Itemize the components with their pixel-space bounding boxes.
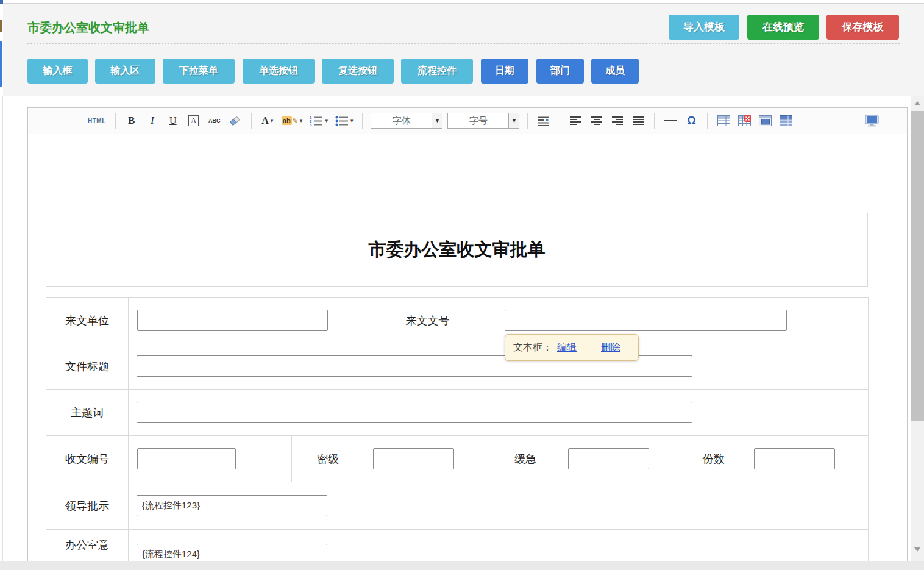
strikethrough-icon[interactable]: ABC [208,112,221,129]
copies-label: 份数 [683,436,744,482]
toolbox-button-dropdown-menu[interactable]: 下拉菜单 [163,59,235,84]
italic-icon[interactable]: I [146,112,159,129]
form-title: 市委办公室收文审批单 [369,238,546,262]
toolbar-separator [251,113,252,129]
vertical-scrollbar[interactable] [911,96,924,570]
special-character-icon[interactable]: Ω [684,112,698,129]
fullscreen-icon[interactable] [865,112,879,129]
toolbox-button-flow-control[interactable]: 流程控件 [401,59,473,84]
receipt-no-label: 收文编号 [46,436,129,482]
underline-icon[interactable]: U [166,112,180,129]
secrecy-input[interactable] [373,448,454,469]
receipt-no-input[interactable] [137,448,236,469]
toolbox-button-date[interactable]: 日期 [481,59,528,84]
chevron-down-icon: ▼ [432,113,442,128]
toolbar-separator [707,113,708,129]
toolbox-button-input-box[interactable]: 输入框 [27,59,88,84]
toolbox-button-input-area[interactable]: 输入区 [95,59,155,84]
table-cell-properties-icon[interactable] [758,112,772,129]
editor-toolbar: HTML B I U A ABC A▾ ab✎▾ 123 ▾ ▾ 字体▼ 字号▼ [28,108,907,134]
toolbox-button-department[interactable]: 部门 [536,59,584,84]
widget-type-label: 文本框： [513,341,552,354]
delete-table-icon[interactable] [737,112,751,129]
toolbox-button-member[interactable]: 成员 [591,59,639,84]
toolbar-separator [362,113,363,129]
copies-input[interactable] [754,448,835,469]
header-dashed-separator [27,43,900,44]
form-title-cell: 市委办公室收文审批单 [46,213,868,287]
app-window: 市委办公室收文审批单 导入模板 在线预览 保存模板 输入框 输入区 下拉菜单 单… [0,0,924,570]
chevron-down-icon: ▾ [350,118,354,124]
horizontal-rule-icon[interactable] [664,112,677,129]
svg-text:3: 3 [310,123,312,126]
pencil-icon: ✎ [293,117,298,125]
toolbar-separator [527,113,528,129]
highlight-color-icon[interactable]: ab✎▾ [282,112,303,129]
urgency-input[interactable] [568,448,649,469]
widget-tooltip: 文本框： 编辑 删除 [505,334,639,361]
font-size-select[interactable]: 字号▼ [447,113,519,129]
source-unit-label: 来文单位 [46,298,129,343]
scrollbar-down-button[interactable] [911,543,924,556]
toolbox-button-checkbox[interactable]: 复选按钮 [322,59,394,84]
align-left-icon[interactable] [569,112,583,129]
align-right-icon[interactable] [611,112,624,129]
font-color-icon[interactable]: A▾ [261,112,274,129]
left-edge-artifact-blue [0,41,2,87]
triangle-down-icon [914,547,920,552]
align-center-icon[interactable] [590,112,603,129]
table-row: 主题词 [46,390,869,436]
chevron-down-icon: ▾ [271,118,274,124]
urgency-label: 缓急 [491,436,560,482]
ordered-list-icon[interactable]: 123 ▾ [310,112,328,129]
rich-text-editor: HTML B I U A ABC A▾ ab✎▾ 123 ▾ ▾ 字体▼ 字号▼ [27,107,908,570]
doc-number-label: 来文文号 [364,298,491,343]
leader-note-label: 领导批示 [46,482,129,530]
font-family-select[interactable]: 字体▼ [371,113,442,129]
bold-icon[interactable]: B [125,112,138,129]
approval-form-table: 来文单位 来文文号 文件标题 主题词 收文编号 密级 缓急 份数 [46,297,869,570]
toolbox-button-radio[interactable]: 单选按钮 [243,59,315,84]
bottom-scroll-strip [0,561,924,570]
table-row: 文件标题 [46,343,869,390]
unordered-list-icon[interactable]: ▾ [335,112,354,129]
text-style-icon[interactable]: A [188,115,199,126]
triangle-up-icon [914,101,920,105]
left-edge-artifact-brown [0,20,2,32]
secrecy-label: 密级 [292,436,364,482]
table-row: 来文单位 来文文号 [46,298,869,343]
import-template-button[interactable]: 导入模板 [669,15,739,40]
scrollbar-up-button[interactable] [911,96,924,110]
eraser-icon[interactable] [229,112,242,129]
chevron-down-icon: ▾ [300,118,303,124]
html-source-icon[interactable]: HTML [88,112,106,129]
table-full-grid-icon[interactable] [779,112,792,129]
left-edge-line [2,96,3,570]
doc-number-input[interactable] [505,310,787,331]
table-row: 收文编号 密级 缓急 份数 [46,436,869,482]
widget-edit-link[interactable]: 编辑 [557,341,577,354]
table-row: 领导批示 [46,482,869,530]
indent-icon[interactable] [537,112,550,129]
chevron-down-icon: ▼ [508,113,519,128]
toolbar-separator [115,113,116,129]
keywords-input[interactable] [137,402,692,423]
source-unit-input[interactable] [137,310,328,331]
scrollbar-thumb[interactable] [911,111,924,421]
header-panel: 市委办公室收文审批单 导入模板 在线预览 保存模板 输入框 输入区 下拉菜单 单… [3,4,924,96]
widget-delete-link[interactable]: 删除 [601,341,620,354]
toolbar-separator [560,113,560,129]
save-template-button[interactable]: 保存模板 [826,15,899,40]
leader-note-input[interactable] [137,495,327,516]
insert-table-icon[interactable] [717,112,730,129]
page-title: 市委办公室收文审批单 [27,20,149,36]
align-justify-icon[interactable] [631,112,645,129]
keywords-label: 主题词 [46,390,129,436]
toolbar-separator [654,113,655,129]
doc-title-label: 文件标题 [46,343,129,390]
online-preview-button[interactable]: 在线预览 [747,15,819,40]
chevron-down-icon: ▾ [325,118,328,124]
